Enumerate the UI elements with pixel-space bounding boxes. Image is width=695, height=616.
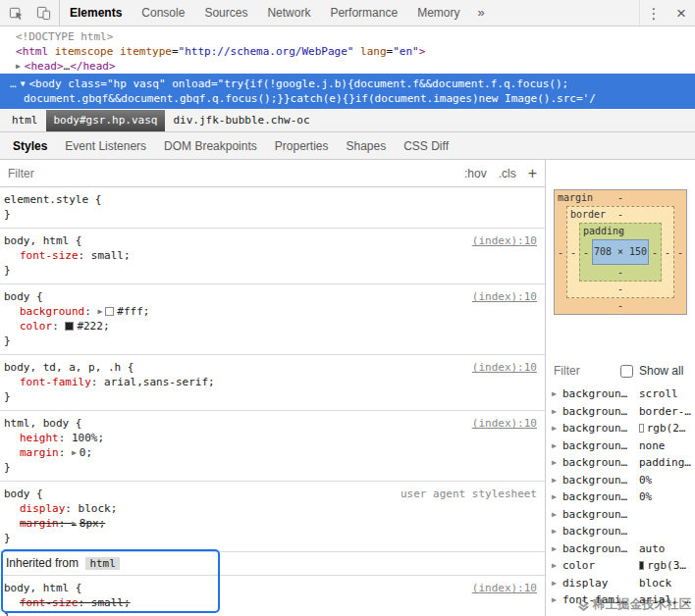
expand-arrow-icon[interactable]: ▶ [552,544,562,553]
expand-arrow-icon[interactable]: ▶ [552,561,562,570]
node-link[interactable]: html [85,557,120,570]
expand-arrow-icon[interactable]: ▶ [552,458,562,467]
sidebar-tab-dom-breakpoints[interactable]: DOM Breakpoints [155,139,266,153]
breadcrumb-item[interactable]: html [4,110,46,131]
close-devtools-button[interactable]: × [668,0,695,26]
expand-arrow-icon[interactable]: ▶ [552,389,562,398]
margin-right-value[interactable]: - [674,247,686,258]
rule-selector[interactable]: body [4,289,30,304]
stylesheet-source-link[interactable]: (index):10 [472,416,537,431]
rule-selector[interactable]: body, td, a, p, .h [4,360,121,375]
dom-node[interactable]: ▶<head>…</head> [0,59,695,74]
expand-arrow-icon[interactable]: ▶ [552,441,562,450]
box-model-padding[interactable]: padding- - 708 × 150 - - [579,223,662,282]
css-declaration[interactable]: display: block; [4,501,537,516]
border-right-value[interactable]: - [662,247,673,258]
devtools-menu-button[interactable]: ⋮ [640,0,668,26]
breadcrumb-item[interactable]: div.jfk-bubble.chw-oc [165,110,317,131]
dom-node[interactable]: <html itemscope itemtype="http://schema.… [0,44,695,59]
css-declaration[interactable]: font-size: small; [4,248,537,263]
expand-arrow-icon[interactable]: ▶ [552,407,562,416]
border-left-value[interactable]: - [567,247,579,258]
expand-arrow-icon[interactable]: ▶ [72,448,77,457]
sidebar-tab-css-diff[interactable]: CSS Diff [395,139,457,153]
margin-bottom-value[interactable]: - [617,300,623,311]
expand-arrow-icon[interactable]: ▶ [552,476,562,485]
rule-selector[interactable]: element.style [4,192,88,207]
node-menu-icon[interactable]: … [10,77,17,90]
expand-arrow-icon[interactable]: ▶ [552,595,562,604]
padding-right-value[interactable]: - [649,247,661,258]
computed-property-row[interactable]: ▶colorrgb(34, 34, 34) [552,557,691,575]
expand-arrow-icon[interactable]: ▶ [552,579,562,588]
computed-property-row[interactable]: ▶background-repeat-x [552,506,691,524]
computed-property-row[interactable]: ▶background-sizeauto [552,540,691,558]
breadcrumb-item[interactable]: body#gsr.hp.vasq [46,110,166,131]
box-model-margin[interactable]: margin- - border- - padding- - [554,189,687,315]
computed-property-row[interactable]: ▶displayblock [552,575,691,592]
box-model-content-size[interactable]: 708 × 150 [592,239,649,265]
stylesheet-source-link[interactable]: (index):10 [472,233,537,248]
expand-arrow-icon[interactable]: ▶ [552,492,562,501]
box-model-border[interactable]: border- - padding- - 708 × 150 - [566,206,674,298]
computed-property-row[interactable]: ▶background-repeat-y [552,523,691,540]
selected-dom-node[interactable]: …▼<body class="hp vasq" onload="try{if(!… [0,74,695,109]
rule-selector[interactable]: body, html [4,233,69,248]
inspect-element-button[interactable] [2,0,29,26]
sidebar-tab-properties[interactable]: Properties [266,139,338,153]
sidebar-tab-event-listeners[interactable]: Event Listeners [56,139,155,153]
tab-memory[interactable]: Memory [407,0,469,26]
expand-arrow-icon[interactable]: ▶ [97,307,102,316]
padding-left-value[interactable]: - [580,247,592,258]
css-declaration[interactable]: height: 100%; [4,431,537,445]
computed-property-row[interactable]: ▶font-familyarial, sans-serif [552,591,691,609]
computed-property-row[interactable]: ▶background-clipborder-box [552,403,691,421]
computed-property-row[interactable]: ▶background-attachmentscroll [552,385,691,403]
tab-performance[interactable]: Performance [320,0,407,26]
computed-property-row[interactable]: ▶background-position-x0% [552,472,691,489]
css-declaration[interactable]: font-size: small; [4,595,537,610]
show-all-checkbox[interactable] [620,365,633,378]
new-style-rule-button[interactable]: + [528,165,537,182]
rule-selector[interactable]: html, body [4,416,69,431]
stylesheet-source-link[interactable]: (index):10 [472,581,537,595]
tab-sources[interactable]: Sources [194,0,257,26]
element-classes-button[interactable]: .cls [499,167,516,180]
computed-filter-input[interactable] [554,364,615,378]
tab-network[interactable]: Network [257,0,320,26]
css-declaration[interactable]: margin: ▶8px; [4,516,537,531]
css-declaration[interactable]: background: ▶#fff; [4,304,537,319]
color-swatch[interactable] [105,307,114,316]
expand-arrow-icon[interactable]: ▶ [72,519,77,528]
tab-elements[interactable]: Elements [60,0,132,26]
expand-arrow-icon[interactable]: ▶ [552,527,562,536]
show-all-label[interactable]: Show all [639,364,683,378]
sidebar-tab-shapes[interactable]: Shapes [337,139,395,153]
padding-bottom-value[interactable]: - [617,267,623,278]
computed-property-row[interactable]: ▶background-imagenone [552,437,691,455]
css-declaration[interactable]: font-family: arial,sans-serif; [4,375,537,389]
rule-selector[interactable]: body [4,487,30,501]
styles-filter-input[interactable] [8,167,464,180]
computed-property-row[interactable]: ▶background-originpadding-box [552,454,691,472]
toggle-element-state-button[interactable]: :hov [464,167,487,180]
tab-console[interactable]: Console [132,0,194,26]
expand-arrow-icon[interactable]: ▶ [552,510,562,519]
css-declaration[interactable]: color: #222; [4,319,537,334]
device-toolbar-button[interactable] [29,0,57,26]
margin-left-value[interactable]: - [555,247,566,258]
margin-top-value[interactable]: - [617,192,623,203]
color-swatch[interactable] [65,322,74,331]
stylesheet-source-link[interactable]: (index):10 [472,289,537,304]
expand-arrow-icon[interactable]: ▶ [552,424,562,433]
border-bottom-value[interactable]: - [617,283,623,294]
dom-node[interactable]: <!DOCTYPE html> [0,29,695,44]
collapse-arrow-icon[interactable]: ▼ [21,79,26,88]
computed-property-row[interactable]: ▶background-position-y0% [552,488,691,506]
stylesheet-source-link[interactable]: (index):10 [472,360,537,375]
css-declaration[interactable]: margin: ▶0; [4,445,537,460]
sidebar-tab-styles[interactable]: Styles [4,139,56,153]
more-panels-button[interactable]: » [469,0,492,26]
computed-property-row[interactable]: ▶background-colorrgb(255, 255, 255) [552,420,691,437]
expand-arrow-icon[interactable]: ▶ [16,62,21,71]
